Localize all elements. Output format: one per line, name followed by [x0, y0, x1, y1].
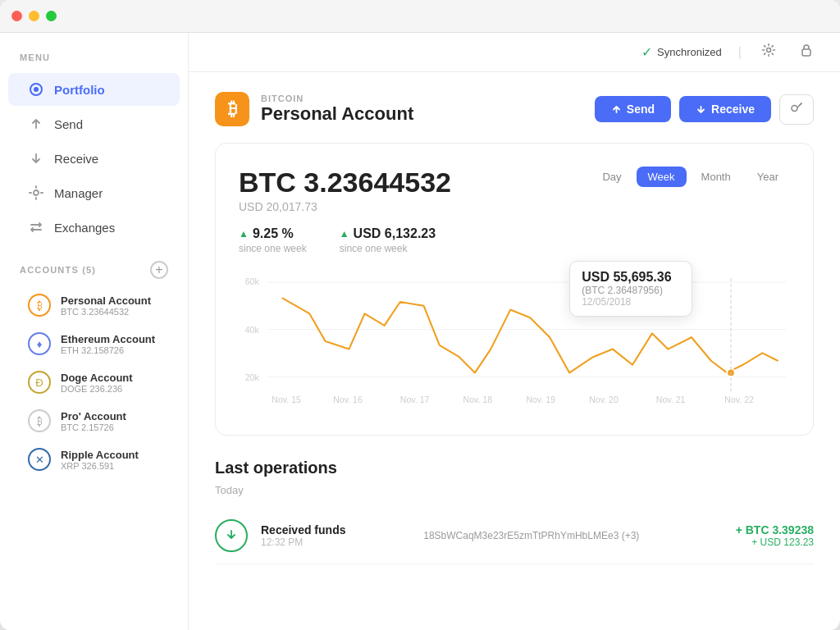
balance-btc: BTC 3.23644532 [239, 167, 451, 199]
tooltip-sub-value: (BTC 2.36487956) [582, 285, 680, 296]
op-info: Received funds 12:32 PM [261, 523, 410, 548]
receive-button-label: Receive [711, 103, 755, 116]
svg-point-1 [34, 87, 39, 92]
svg-text:Nov. 16: Nov. 16 [333, 395, 363, 404]
header-actions: Send Receive [595, 94, 814, 125]
account-info-ripple: Ripple Account XRP 326.591 [61, 449, 139, 471]
tooltip-date: 12/05/2018 [582, 296, 680, 308]
manager-icon [28, 185, 44, 201]
tab-week[interactable]: Week [637, 167, 687, 187]
add-account-button[interactable]: + [150, 261, 168, 279]
send-button[interactable]: Send [595, 96, 671, 122]
chart-card: BTC 3.23644532 USD 20,017.73 Day Week Mo… [215, 143, 814, 436]
chart-balance: BTC 3.23644532 USD 20,017.73 [239, 167, 451, 213]
ripple-account-icon: ✕ [28, 448, 51, 471]
account-name-ripple: Ripple Account [61, 449, 139, 461]
account-sub-pro: BTC 2.15726 [61, 422, 126, 432]
svg-text:20k: 20k [245, 372, 260, 382]
stat-usd-value: ▲ USD 6,132.23 [340, 226, 436, 241]
stat-usd-label: since one week [340, 243, 436, 254]
svg-text:Nov. 20: Nov. 20 [589, 395, 619, 404]
chart-header: BTC 3.23644532 USD 20,017.73 Day Week Mo… [239, 167, 790, 213]
account-item-personal[interactable]: ₿ Personal Account BTC 3.23644532 [8, 286, 180, 324]
time-tabs: Day Week Month Year [591, 167, 790, 187]
page-header: ₿ BITCOIN Personal Account Send [215, 92, 814, 126]
received-funds-icon [215, 519, 248, 552]
doge-account-icon: Ð [28, 371, 51, 394]
settings-button[interactable] [758, 39, 779, 65]
sidebar-item-manager[interactable]: Manager [8, 176, 180, 209]
account-info-pro: Pro' Account BTC 2.15726 [61, 410, 126, 432]
send-label: Send [54, 117, 83, 131]
stat-usd: ▲ USD 6,132.23 since one week [340, 226, 436, 254]
svg-point-2 [34, 190, 39, 195]
receive-icon [28, 150, 44, 167]
account-sub-ethereum: ETH 32.158726 [61, 345, 155, 355]
tooltip-main-value: USD 55,695.36 [582, 270, 680, 285]
portfolio-label: Portfolio [54, 83, 105, 97]
svg-text:Nov. 22: Nov. 22 [724, 395, 754, 404]
price-chart: 60k 40k 20k [239, 267, 790, 415]
settings-key-button[interactable] [779, 94, 814, 125]
eth-account-icon: ♦ [28, 332, 51, 355]
op-name: Received funds [261, 523, 410, 536]
accounts-section: ACCOUNTS (5) + ₿ Personal Account BTC 3.… [0, 261, 188, 479]
op-time: 12:32 PM [261, 536, 410, 548]
account-item-doge[interactable]: Ð Doge Account DOGE 236.236 [8, 363, 180, 401]
account-item-pro[interactable]: ₿ Pro' Account BTC 2.15726 [8, 402, 180, 440]
chart-tooltip: USD 55,695.36 (BTC 2.36487956) 12/05/201… [569, 261, 692, 317]
app-window: MENU Portfolio Send [0, 0, 840, 630]
last-ops-title: Last operations [215, 459, 814, 477]
balance-usd: USD 20,017.73 [239, 200, 451, 213]
account-name-ethereum: Ethereum Account [61, 333, 155, 345]
sidebar-item-send[interactable]: Send [8, 107, 180, 140]
lock-button[interactable] [796, 39, 817, 65]
account-sub-personal: BTC 3.23644532 [61, 307, 151, 317]
account-item-ethereum[interactable]: ♦ Ethereum Account ETH 32.158726 [8, 325, 180, 363]
account-name-personal: Personal Account [61, 294, 151, 307]
accounts-label: ACCOUNTS (5) [20, 265, 96, 275]
receive-label: Receive [54, 152, 98, 166]
close-dot[interactable] [11, 11, 22, 21]
minimize-dot[interactable] [29, 11, 39, 21]
svg-point-3 [767, 48, 771, 52]
op-amount: + BTC 3.39238 + USD 123.23 [736, 523, 814, 548]
exchanges-icon [28, 219, 44, 235]
operation-item: Received funds 12:32 PM 18SbWCaqM3e23rE5… [215, 508, 814, 564]
coin-label: BITCOIN [261, 94, 413, 103]
svg-text:Nov. 18: Nov. 18 [463, 395, 493, 404]
svg-text:Nov. 19: Nov. 19 [526, 395, 555, 404]
topbar-divider: | [738, 45, 742, 60]
send-button-label: Send [627, 103, 655, 116]
account-info-doge: Doge Account DOGE 236.236 [61, 372, 133, 394]
svg-text:Nov. 21: Nov. 21 [656, 395, 686, 404]
btc-logo-icon: ₿ [215, 92, 249, 126]
tab-day[interactable]: Day [591, 167, 632, 187]
sidebar-item-receive[interactable]: Receive [8, 142, 180, 175]
svg-text:40k: 40k [245, 325, 260, 335]
exchanges-label: Exchanges [54, 221, 115, 235]
sidebar-item-portfolio[interactable]: Portfolio [8, 73, 180, 106]
page-content: ₿ BITCOIN Personal Account Send [189, 72, 840, 630]
account-item-ripple[interactable]: ✕ Ripple Account XRP 326.591 [8, 441, 180, 478]
op-usd-amount: + USD 123.23 [736, 536, 814, 548]
arrow-up-icon-2: ▲ [340, 228, 349, 240]
maximize-dot[interactable] [46, 11, 57, 21]
svg-text:60k: 60k [245, 276, 260, 286]
main-content: ✓ Synchronized | [189, 33, 840, 630]
tab-month[interactable]: Month [690, 167, 742, 187]
stats-row: ▲ 9.25 % since one week ▲ USD 6,132.23 s… [239, 226, 790, 254]
tab-year[interactable]: Year [746, 167, 790, 187]
svg-rect-4 [802, 49, 810, 56]
sidebar-item-exchanges[interactable]: Exchanges [8, 211, 180, 244]
receive-button[interactable]: Receive [679, 96, 771, 122]
last-operations-section: Last operations Today Received funds 12:… [215, 459, 814, 564]
svg-text:Nov. 17: Nov. 17 [400, 395, 430, 404]
account-name-pro: Pro' Account [61, 410, 126, 422]
send-icon [28, 116, 44, 132]
accounts-label-row: ACCOUNTS (5) + [0, 261, 188, 285]
op-hash: 18SbWCaqM3e23rE5zmTtPRhYmHbLMEe3 (+3) [423, 530, 722, 541]
sidebar: MENU Portfolio Send [0, 33, 189, 630]
today-label: Today [215, 484, 814, 496]
topbar: ✓ Synchronized | [189, 33, 840, 72]
